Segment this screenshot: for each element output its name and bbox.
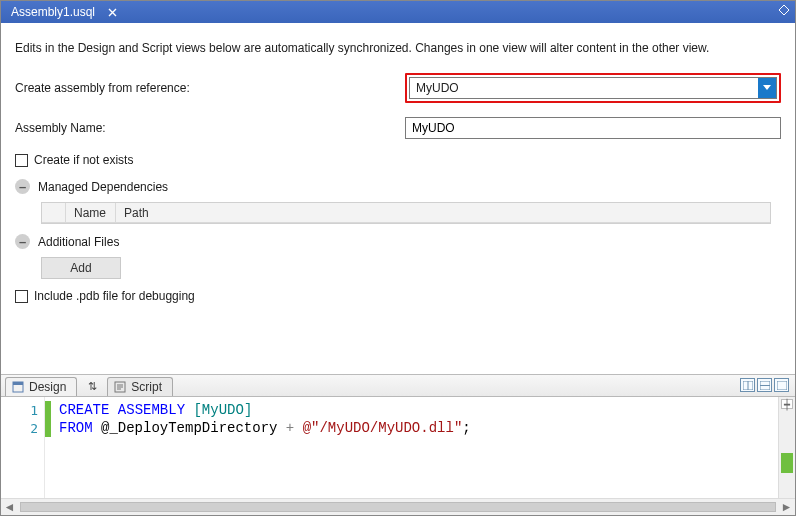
add-button[interactable]: Add	[41, 257, 121, 279]
design-tab[interactable]: Design	[5, 377, 77, 396]
collapse-icon[interactable]: –	[15, 179, 30, 194]
include-pdb-row[interactable]: Include .pdb file for debugging	[15, 289, 781, 303]
kw-assembly: ASSEMBLY	[118, 402, 185, 418]
tok-string: @"/MyUDO/MyUDO.dll"	[303, 420, 463, 436]
tok-plus: +	[286, 420, 294, 436]
scroll-thumb[interactable]	[20, 502, 776, 512]
window-position-icon[interactable]	[777, 3, 791, 17]
vertical-scrollbar[interactable]: ┿	[778, 397, 795, 498]
horizontal-scrollbar[interactable]: ◄ ►	[1, 498, 795, 515]
scroll-left-button[interactable]: ◄	[1, 499, 18, 516]
line-number: 2	[1, 419, 44, 437]
script-tab-label: Script	[131, 380, 162, 394]
splitter-handle[interactable]: ┿	[781, 399, 793, 409]
managed-deps-header[interactable]: – Managed Dependencies	[15, 179, 781, 194]
kw-create: CREATE	[59, 402, 109, 418]
code-text[interactable]: CREATE ASSEMBLY [MyUDO] FROM @_DeployTem…	[51, 397, 778, 498]
scroll-right-button[interactable]: ►	[778, 499, 795, 516]
overview-change-marker	[781, 453, 793, 473]
line-number: 1	[1, 401, 44, 419]
create-if-not-exists-row[interactable]: Create if not exists	[15, 153, 781, 167]
tok-lbrack: [	[185, 402, 202, 418]
svg-rect-1	[13, 382, 23, 385]
design-tab-icon	[12, 381, 24, 393]
reference-combo[interactable]: MyUDO	[409, 77, 777, 99]
design-form: Edits in the Design and Script views bel…	[1, 23, 795, 375]
script-tab[interactable]: Script	[107, 377, 173, 396]
create-if-not-exists-checkbox[interactable]	[15, 154, 28, 167]
add-button-label: Add	[70, 261, 91, 275]
additional-files-header[interactable]: – Additional Files	[15, 234, 781, 249]
managed-deps-table: Name Path	[41, 202, 771, 224]
dep-col-path[interactable]: Path	[116, 203, 770, 222]
tok-space	[294, 420, 302, 436]
reference-combo-highlight: MyUDO	[405, 73, 781, 103]
view-tab-strip: Design ⇅ Script	[1, 375, 795, 397]
assembly-name-input[interactable]	[405, 117, 781, 139]
close-tab-button[interactable]	[105, 5, 119, 19]
split-buttons	[740, 378, 789, 392]
include-pdb-label: Include .pdb file for debugging	[34, 289, 195, 303]
tok-semi: ;	[462, 420, 470, 436]
assembly-name-label: Assembly Name:	[15, 121, 405, 135]
full-view-button[interactable]	[774, 378, 789, 392]
document-tab[interactable]: Assembly1.usql	[1, 2, 105, 22]
document-tab-label: Assembly1.usql	[11, 5, 95, 19]
reference-combo-value[interactable]: MyUDO	[410, 78, 758, 98]
reference-label: Create assembly from reference:	[15, 81, 405, 95]
split-vertical-button[interactable]	[757, 378, 772, 392]
create-if-not-exists-label: Create if not exists	[34, 153, 133, 167]
dep-col-blank	[42, 203, 66, 222]
managed-deps-label: Managed Dependencies	[38, 180, 168, 194]
tok-asm-name: MyUDO	[202, 402, 244, 418]
script-editor: 1 2 CREATE ASSEMBLY [MyUDO] FROM @_Deplo…	[1, 397, 795, 498]
collapse-icon[interactable]: –	[15, 234, 30, 249]
reference-combo-dropdown-button[interactable]	[758, 78, 776, 98]
tok-rbrack: ]	[244, 402, 252, 418]
include-pdb-checkbox[interactable]	[15, 290, 28, 303]
split-horizontal-button[interactable]	[740, 378, 755, 392]
sync-notice: Edits in the Design and Script views bel…	[15, 41, 781, 55]
kw-from: FROM	[59, 420, 93, 436]
svg-rect-7	[777, 381, 787, 390]
design-tab-label: Design	[29, 380, 66, 394]
dep-col-name[interactable]: Name	[66, 203, 116, 222]
swap-views-button[interactable]: ⇅	[81, 377, 103, 396]
document-tab-strip: Assembly1.usql	[1, 1, 795, 23]
managed-deps-header-row: Name Path	[42, 203, 770, 223]
tok-var: @_DeployTempDirectory	[93, 420, 286, 436]
editor-window: Assembly1.usql Edits in the Design and S…	[0, 0, 796, 516]
additional-files-label: Additional Files	[38, 235, 119, 249]
line-number-gutter: 1 2	[1, 397, 45, 498]
script-tab-icon	[114, 381, 126, 393]
